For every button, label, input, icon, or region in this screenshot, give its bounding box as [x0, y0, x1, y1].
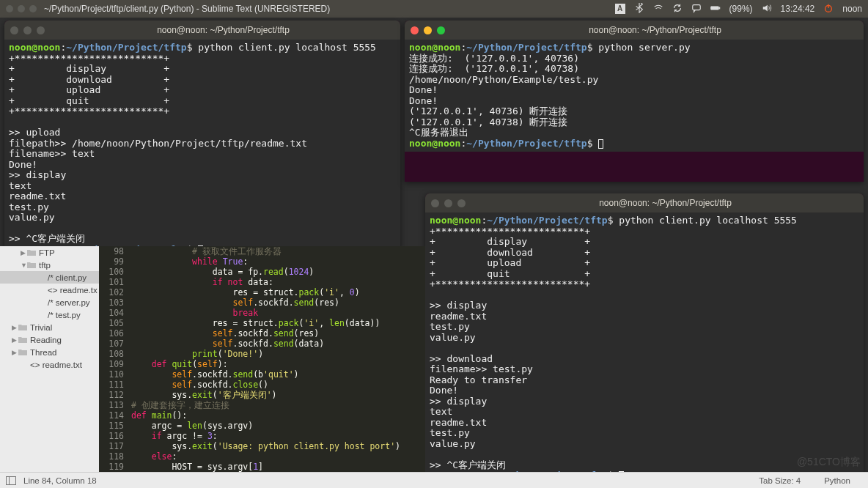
code-line: sys.exit('客户端关闭') — [131, 390, 425, 400]
svg-rect-1 — [710, 6, 718, 9]
code-line: self.sockfd.send(b'quit') — [131, 369, 425, 380]
terminal-3-body[interactable]: noon@noon:~/Python/Project/tftp$ python … — [425, 212, 864, 472]
sidebar-item-label: Reading — [30, 336, 62, 344]
code-line: res = struct.pack('i', len(data)) — [131, 318, 425, 328]
terminal-3[interactable]: noon@noon: ~/Python/Project/tftp noon@no… — [425, 193, 864, 472]
chat-icon[interactable] — [691, 3, 702, 15]
sidebar-folder[interactable]: ▶Reading — [0, 333, 99, 346]
sidebar-folder[interactable]: ▶Thread — [0, 346, 99, 358]
window-dot[interactable] — [6, 5, 13, 12]
terminal-3-titlebar[interactable]: noon@noon: ~/Python/Project/tftp — [425, 193, 864, 212]
folder-icon — [26, 248, 37, 257]
sidebar-folder[interactable]: ▼tftp — [0, 259, 99, 271]
sidebar-item-label: /* client.py — [48, 273, 87, 282]
sidebar-item-label: /* server.py — [48, 298, 90, 307]
app-title: ~/Python/Project/tftp/client.py (Python)… — [44, 4, 330, 14]
code-line: self.sockfd.send(data) — [131, 339, 425, 349]
code-line: if argc != 3: — [131, 431, 425, 441]
window-dot[interactable] — [37, 26, 45, 34]
volume-icon[interactable] — [762, 3, 772, 15]
chevron-icon: ▶ — [21, 249, 26, 256]
sidebar-file[interactable]: /* client.py — [0, 271, 99, 284]
sidebar-item-label: Trivial — [30, 323, 52, 332]
window-dot[interactable] — [18, 5, 25, 12]
svg-rect-0 — [692, 4, 700, 10]
code-line: data = fp.read(1024) — [131, 267, 425, 277]
window-dot[interactable] — [10, 26, 18, 34]
file-icon — [35, 311, 45, 319]
folder-icon — [26, 261, 37, 270]
window-dot[interactable] — [29, 5, 37, 12]
chevron-icon: ▶ — [12, 324, 18, 331]
terminal-2-body[interactable]: noon@noon:~/Python/Project/tftp$ python … — [405, 40, 864, 152]
sidebar-file[interactable]: /* test.py — [0, 308, 99, 321]
maximize-icon[interactable] — [437, 26, 445, 34]
terminal-1-output: +**************************+ + display +… — [9, 53, 307, 245]
battery-icon[interactable] — [710, 3, 721, 15]
user-menu[interactable]: noon — [842, 4, 862, 14]
keyboard-indicator-icon[interactable]: A — [615, 4, 625, 14]
top-menubar: ~/Python/Project/tftp/client.py (Python)… — [0, 0, 868, 18]
terminal-1-title: noon@noon: ~/Python/Project/tftp — [52, 25, 394, 35]
window-dot[interactable] — [457, 199, 466, 207]
window-dot[interactable] — [444, 199, 452, 207]
code-line: self.sockfd.close() — [131, 380, 425, 390]
syntax-mode[interactable]: Python — [812, 476, 862, 485]
cursor-position: Line 84, Column 18 — [23, 476, 97, 485]
line-gutter: 98 99 100 101 102 103 104 105 106 107 10… — [99, 246, 128, 475]
terminal-1[interactable]: noon@noon: ~/Python/Project/tftp noon@no… — [4, 21, 400, 248]
folder-icon — [18, 336, 28, 344]
code-line: def main(): — [131, 410, 425, 421]
code-line: while True: — [131, 256, 425, 267]
system-tray: A (99%) 13:24:42 noon — [615, 3, 862, 15]
sublime-editor: ▶FTP▼tftp/* client.py<> readme.tx/* serv… — [0, 246, 425, 475]
panel-switch-icon[interactable] — [6, 476, 16, 485]
folder-icon — [18, 348, 28, 357]
code-line: res = struct.pack('i', 0) — [131, 287, 425, 297]
clock[interactable]: 13:24:42 — [781, 4, 815, 14]
code-line: sys.exit('Usage: python client.py host p… — [131, 441, 425, 451]
bluetooth-icon[interactable] — [634, 3, 644, 15]
chevron-icon: ▶ — [12, 336, 18, 344]
watermark: @51CTO博客 — [797, 456, 861, 469]
svg-rect-4 — [7, 476, 16, 484]
code-line: argc = len(sys.argv) — [131, 421, 425, 431]
sync-icon[interactable] — [672, 3, 683, 15]
window-dot[interactable] — [431, 199, 439, 207]
file-icon — [35, 286, 45, 295]
code-area[interactable]: # 获取文件工作服务器 while True: data = fp.read(1… — [128, 246, 425, 475]
cursor-icon — [598, 139, 603, 149]
terminal-2-output: 连接成功: ('127.0.0.1', 40736) 连接成功: ('127.0… — [409, 53, 598, 138]
sidebar-file[interactable]: <> readme.tx — [0, 284, 99, 296]
terminal-2-title: noon@noon: ~/Python/Project/tftp — [452, 25, 858, 35]
code-line: HOST = sys.argv[1] — [131, 462, 425, 472]
minimize-icon[interactable] — [424, 26, 432, 34]
wifi-icon[interactable] — [653, 3, 663, 15]
sidebar-item-label: tftp — [39, 261, 51, 270]
file-sidebar[interactable]: ▶FTP▼tftp/* client.py<> readme.tx/* serv… — [0, 246, 99, 475]
sidebar-item-label: /* test.py — [48, 311, 81, 319]
sidebar-folder[interactable]: ▶FTP — [0, 246, 99, 259]
terminal-1-body[interactable]: noon@noon:~/Python/Project/tftp$ python … — [4, 40, 400, 248]
terminal-1-titlebar[interactable]: noon@noon: ~/Python/Project/tftp — [4, 21, 400, 40]
sidebar-item-label: <> readme.tx — [48, 286, 98, 295]
battery-percent: (99%) — [729, 4, 753, 14]
terminal-2[interactable]: noon@noon: ~/Python/Project/tftp noon@no… — [405, 21, 864, 182]
power-icon[interactable] — [823, 3, 834, 15]
code-line: self.sockfd.send(res) — [131, 297, 425, 308]
sidebar-file[interactable]: /* server.py — [0, 296, 99, 308]
terminal-3-output: +**************************+ + display +… — [430, 226, 590, 470]
window-dot[interactable] — [23, 26, 32, 34]
close-icon[interactable] — [411, 26, 419, 34]
code-line: else: — [131, 451, 425, 462]
sidebar-file[interactable]: <> readme.txt — [0, 358, 99, 371]
tab-size[interactable]: Tab Size: 4 — [747, 476, 812, 485]
terminal-2-titlebar[interactable]: noon@noon: ~/Python/Project/tftp — [405, 21, 864, 40]
file-icon — [35, 273, 45, 282]
file-icon — [35, 298, 45, 307]
folder-icon — [18, 323, 28, 332]
window-controls[interactable] — [6, 5, 37, 12]
sidebar-folder[interactable]: ▶Trivial — [0, 321, 99, 333]
sidebar-item-label: FTP — [39, 248, 55, 257]
code-line: self.sockfd.send(res) — [131, 328, 425, 339]
